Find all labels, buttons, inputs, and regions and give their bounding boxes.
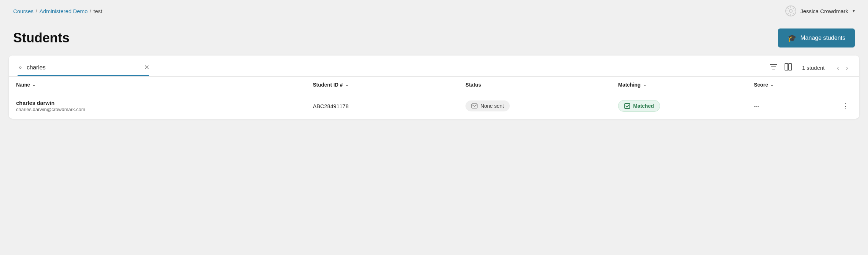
- matching-cell: Matched: [611, 93, 747, 119]
- check-square-icon: [624, 103, 630, 109]
- breadcrumb-sep-1: /: [36, 8, 37, 14]
- col-header-matching[interactable]: Matching ⌄: [611, 77, 747, 93]
- score-value: ---: [754, 103, 759, 109]
- settings-icon: [785, 5, 797, 17]
- breadcrumb-admin[interactable]: Administered Demo: [40, 8, 88, 14]
- matching-label: Matched: [633, 103, 654, 109]
- status-badge: None sent: [465, 100, 510, 111]
- student-full-name: charles darwin: [16, 100, 298, 106]
- prev-page-button[interactable]: ‹: [835, 63, 842, 73]
- search-right-controls: 1 student ‹ ›: [770, 63, 850, 76]
- page-header: Students 🎓 Manage students: [0, 22, 868, 56]
- row-more-button[interactable]: ⋮: [839, 100, 852, 112]
- col-header-actions: [831, 77, 859, 93]
- svg-line-6: [787, 7, 789, 9]
- student-email: charles.darwin@crowdmark.com: [16, 107, 298, 112]
- svg-rect-13: [625, 103, 630, 109]
- student-count: 1 student: [799, 65, 828, 71]
- search-input[interactable]: [27, 64, 118, 71]
- breadcrumb: Courses / Administered Demo / test: [13, 8, 102, 14]
- search-row: ⚬ ✕ 1 student ‹ ›: [9, 56, 859, 77]
- status-cell: None sent: [458, 93, 611, 119]
- search-magnifier-icon: [18, 64, 24, 71]
- breadcrumb-courses[interactable]: Courses: [13, 8, 34, 14]
- matching-badge: Matched: [618, 100, 660, 112]
- breadcrumb-current: test: [93, 8, 102, 14]
- students-table: Name ⌄ Student ID # ⌄ Status: [9, 77, 859, 119]
- breadcrumb-sep-2: /: [90, 8, 91, 14]
- student-id-cell: ABC28491178: [306, 93, 458, 119]
- graduation-cap-icon: 🎓: [787, 34, 797, 42]
- svg-line-9: [787, 13, 789, 15]
- chevron-down-icon: ▾: [853, 8, 855, 14]
- pagination-nav: ‹ ›: [835, 63, 850, 73]
- col-header-student-id[interactable]: Student ID # ⌄: [306, 77, 458, 93]
- table-header-row: Name ⌄ Student ID # ⌄ Status: [9, 77, 859, 93]
- sort-matching-icon: ⌄: [643, 83, 646, 87]
- student-id-value: ABC28491178: [313, 103, 349, 109]
- filter-icon[interactable]: [770, 63, 778, 73]
- manage-students-label: Manage students: [800, 35, 845, 41]
- svg-rect-11: [789, 64, 792, 70]
- topbar: Courses / Administered Demo / test Jessi…: [0, 0, 868, 22]
- status-label: None sent: [480, 103, 504, 109]
- sort-score-icon: ⌄: [770, 83, 774, 87]
- main-card: ⚬ ✕ 1 student ‹ ›: [9, 56, 859, 119]
- actions-cell: ⋮: [831, 93, 859, 119]
- manage-students-button[interactable]: 🎓 Manage students: [778, 28, 855, 47]
- user-name: Jessica Crowdmark: [800, 8, 848, 14]
- clear-icon[interactable]: ✕: [144, 64, 149, 71]
- columns-icon[interactable]: [784, 63, 792, 73]
- svg-line-7: [793, 13, 794, 15]
- svg-rect-12: [472, 104, 477, 108]
- col-header-score[interactable]: Score ⌄: [747, 77, 831, 93]
- col-header-status: Status: [458, 77, 611, 93]
- score-cell: ---: [747, 93, 831, 119]
- user-menu[interactable]: Jessica Crowdmark ▾: [785, 5, 855, 17]
- svg-line-8: [793, 7, 794, 9]
- svg-point-1: [789, 9, 792, 12]
- page-title: Students: [13, 30, 70, 46]
- col-header-name[interactable]: Name ⌄: [9, 77, 306, 93]
- sort-name-icon: ⌄: [32, 83, 35, 87]
- student-name-cell: charles darwin charles.darwin@crowdmark.…: [9, 93, 306, 119]
- envelope-icon: [471, 103, 478, 109]
- sort-id-icon: ⌄: [345, 83, 348, 87]
- table-row: charles darwin charles.darwin@crowdmark.…: [9, 93, 859, 119]
- next-page-button[interactable]: ›: [843, 63, 850, 73]
- search-wrapper: ⚬ ✕: [18, 64, 149, 76]
- svg-rect-10: [785, 64, 788, 70]
